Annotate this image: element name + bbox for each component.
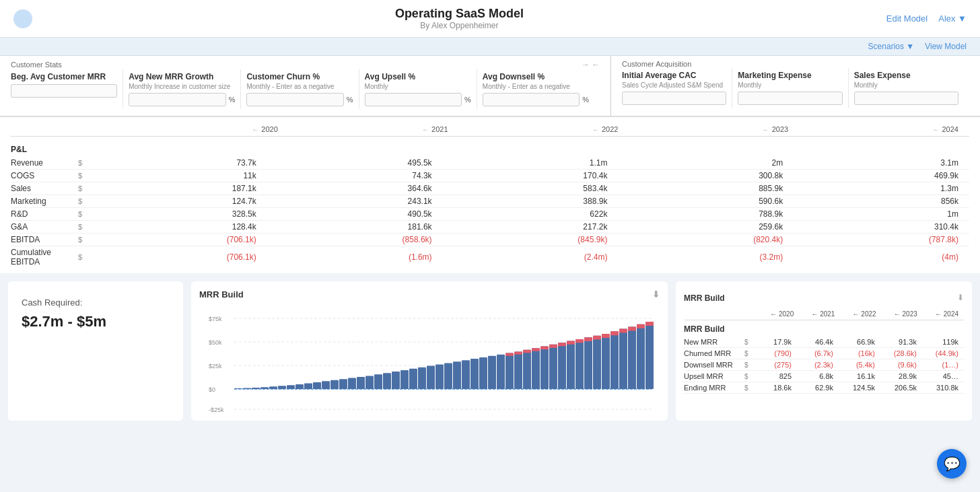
svg-rect-15 (269, 386, 277, 389)
svg-rect-18 (295, 384, 304, 389)
svg-rect-49 (532, 348, 540, 351)
pl-val: (845.9k) (443, 235, 619, 244)
svg-rect-23 (339, 379, 347, 389)
svg-rect-50 (540, 347, 549, 389)
svg-rect-56 (567, 341, 575, 389)
year-2023: ←2023 (629, 125, 799, 133)
mrr-year-2022: ← 2022 (840, 310, 881, 318)
mrr-val: 206.5k (880, 384, 922, 392)
pl-val: 1m (794, 209, 969, 219)
pl-val: 1.3m (794, 184, 969, 193)
svg-rect-53 (549, 345, 557, 348)
stat-input-avg-new-mrr[interactable]: 0.5 (129, 93, 225, 106)
pl-currency: $ (78, 210, 92, 218)
svg-rect-21 (322, 381, 330, 389)
pl-label: G&A (11, 222, 78, 232)
pl-val: 788.9k (618, 209, 794, 219)
topbar: Scenarios ▼ View Model (0, 38, 980, 56)
mrr-year-2023: ← 2023 (882, 310, 923, 318)
mrr-row-churned-mrr: Churned MRR$(790)(6.7k)(16k)(28.6k)(44.9… (684, 348, 964, 359)
pl-currency: $ (78, 172, 92, 180)
svg-rect-41 (497, 355, 505, 389)
mrr-row-label: New MRR (684, 338, 744, 346)
stat-input-sales[interactable]: $ 15000 (854, 92, 958, 105)
mrr-val: (5.4k) (839, 361, 880, 369)
stat-input-cac[interactable]: $ 10000 to 12000 (622, 92, 726, 105)
svg-rect-55 (558, 343, 566, 346)
mrr-val: 46.4k (797, 338, 839, 346)
view-model-button[interactable]: View Model (925, 42, 967, 51)
svg-rect-57 (567, 341, 575, 345)
mrr-chart-title: MRR Build ⬇ (199, 289, 660, 300)
stats-nav-arrows[interactable]: → ← (582, 60, 600, 69)
svg-rect-11 (234, 388, 242, 389)
svg-rect-69 (619, 329, 627, 333)
year-header-row: ←2020 ←2021 ←2022 ←2023 ←2024 (11, 122, 969, 137)
mrr-val: 45… (922, 372, 964, 380)
year-cells: ←2020 ←2021 ←2022 ←2023 ←2024 (118, 125, 969, 133)
pl-currency: $ (78, 184, 92, 192)
mrr-row-values: (790)(6.7k)(16k)(28.6k)(44.9k) (755, 349, 964, 357)
user-menu[interactable]: Alex ▼ (938, 13, 967, 24)
svg-rect-61 (584, 337, 592, 341)
svg-rect-66 (610, 331, 619, 389)
stat-beg-avg-mrr: Beg. Avg Customer MRR $ 1000 to 1200 (11, 69, 123, 109)
svg-rect-44 (514, 351, 522, 389)
svg-rect-36 (453, 361, 461, 389)
mrr-year-cells: ← 2020 ← 2021 ← 2022 ← 2023 ← 2024 (758, 310, 964, 318)
mrr-currency: $ (744, 350, 755, 357)
mrr-val: 66.9k (839, 338, 880, 346)
pl-values: 128.4k181.6k217.2k259.6k310.4k (92, 222, 969, 232)
mrr-row-downsell-mrr: Downsell MRR$(275)(2.3k)(5.4k)(9.6k)(1…) (684, 359, 964, 371)
svg-rect-70 (628, 326, 636, 389)
pl-val: 1.1m (443, 158, 619, 168)
cash-amount: $2.7m - $5m (22, 313, 170, 330)
pl-row-g-a: G&A$128.4k181.6k217.2k259.6k310.4k (11, 221, 969, 234)
stat-avg-upsell: Avg Upsell % Monthly 1.5 % (365, 69, 477, 109)
mrr-download-icon[interactable]: ⬇ (957, 293, 964, 302)
pl-val: 124.7k (92, 197, 267, 206)
mrr-val: (44.9k) (922, 349, 964, 357)
scenarios-button[interactable]: Scenarios ▼ (868, 42, 915, 51)
svg-text:-$25k: -$25k (209, 407, 224, 413)
pl-label: R&D (11, 209, 78, 219)
stat-input-beg-avg-mrr[interactable]: $ 1000 to 1200 (11, 84, 117, 98)
mrr-currency: $ (744, 361, 755, 369)
mrr-val: 310.8k (922, 384, 964, 392)
pl-label: Marketing (11, 197, 78, 206)
chart-download-icon[interactable]: ⬇ (652, 289, 660, 300)
pl-currency: $ (78, 236, 92, 244)
pl-row-revenue: Revenue$73.7k495.5k1.1m2m3.1m (11, 157, 969, 170)
edit-model-link[interactable]: Edit Model (886, 13, 928, 24)
pl-label: Revenue (11, 158, 78, 168)
svg-rect-54 (558, 343, 566, 389)
pl-values: 187.1k364.6k583.4k885.9k1.3m (92, 184, 969, 193)
stat-input-churn[interactable]: -2 to -1 (246, 93, 343, 106)
mrr-val: 91.3k (880, 338, 922, 346)
year-2021: ←2021 (289, 125, 459, 133)
pl-val: 187.1k (92, 184, 267, 193)
pl-val: (4m) (794, 252, 969, 262)
mrr-table-panel: MRR Build ⬇ ← 2020 ← 2021 ← 2022 ← 2023 … (676, 281, 972, 421)
customer-acq-label: Customer Acquisition (622, 60, 691, 68)
mrr-val: 6.8k (797, 372, 839, 380)
pl-val: 622k (443, 209, 619, 219)
pl-currency: $ (78, 253, 92, 261)
svg-rect-75 (645, 322, 654, 326)
mrr-rows: New MRR$17.9k46.4k66.9k91.3k119kChurned … (684, 337, 964, 394)
svg-rect-30 (400, 370, 409, 389)
mrr-table-title: MRR Build (684, 289, 725, 306)
cash-title: Cash Required: (22, 297, 170, 308)
stat-input-marketing[interactable]: $ 10000 (738, 92, 842, 105)
pl-row-marketing: Marketing$124.7k243.1k388.9k590.6k856k (11, 195, 969, 208)
stat-input-downsell[interactable]: -0.5 (483, 93, 580, 106)
pl-row-sales: Sales$187.1k364.6k583.4k885.9k1.3m (11, 182, 969, 195)
pl-val: 364.6k (267, 184, 443, 193)
pl-currency: $ (78, 223, 92, 231)
svg-text:$25k: $25k (209, 363, 222, 370)
stat-input-upsell[interactable]: 1.5 (365, 93, 462, 106)
svg-rect-47 (523, 350, 531, 353)
svg-rect-26 (365, 376, 374, 389)
pl-values: 73.7k495.5k1.1m2m3.1m (92, 158, 969, 168)
pl-section: ←2020 ←2021 ←2022 ←2023 ←2024 P&L Revenu… (0, 117, 980, 273)
